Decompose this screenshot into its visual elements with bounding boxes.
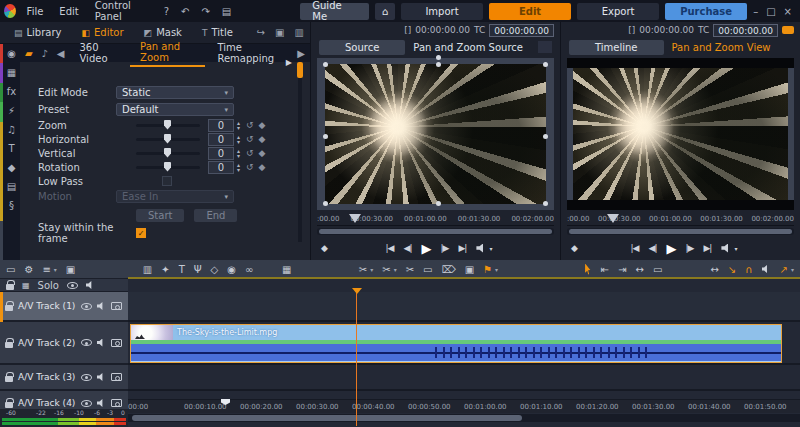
slider-track[interactable] bbox=[136, 138, 200, 141]
slider-thumb[interactable] bbox=[164, 162, 171, 172]
smart-edit-icon[interactable]: ↗ bbox=[780, 264, 788, 275]
speaker-all-icon[interactable] bbox=[86, 281, 95, 289]
tab-pan-and-zoom[interactable]: Pan and Zoom bbox=[130, 39, 205, 67]
help-icon[interactable]: ? bbox=[161, 6, 172, 17]
rotate-handle[interactable] bbox=[436, 55, 441, 60]
undo-icon[interactable]: ↶ bbox=[178, 6, 192, 17]
add-marker-icon[interactable]: ⚑ bbox=[483, 264, 492, 275]
crop-handle-tm[interactable] bbox=[436, 62, 441, 67]
trim-in-icon[interactable]: ⇤ bbox=[601, 264, 609, 275]
camera-icon[interactable] bbox=[111, 373, 122, 381]
crop-handle-ml[interactable] bbox=[323, 134, 328, 139]
link-icon[interactable]: ∞ bbox=[245, 264, 253, 275]
guide-me-button[interactable]: Guide Me bbox=[300, 3, 369, 20]
eye-icon[interactable] bbox=[81, 400, 92, 407]
import-button[interactable]: Import bbox=[401, 3, 483, 20]
lock-all-icon[interactable] bbox=[6, 284, 14, 290]
value-stepper[interactable]: ▴▾ bbox=[237, 148, 240, 158]
jump-end-button[interactable]: ▶| bbox=[703, 243, 711, 253]
crop-handle-bl[interactable] bbox=[323, 201, 328, 206]
tab-timeline[interactable]: Timeline bbox=[569, 40, 664, 55]
view-video-frame[interactable] bbox=[573, 58, 788, 210]
slider-track[interactable] bbox=[136, 152, 200, 155]
view-scrollbar-thumb[interactable] bbox=[569, 229, 792, 234]
speaker-icon[interactable] bbox=[97, 339, 106, 347]
rail-icon[interactable]: ◆ bbox=[8, 162, 16, 174]
redo-icon[interactable]: ↷ bbox=[198, 6, 212, 17]
view-ruler[interactable]: :00.0000:00:30.0000:01:00.0000:01:30.000… bbox=[567, 212, 794, 226]
reset-icon[interactable]: ↺ bbox=[246, 162, 254, 172]
value-stepper[interactable]: ▴▾ bbox=[237, 162, 240, 172]
jump-end-button[interactable]: ▶| bbox=[458, 243, 466, 253]
audio-scrub-button[interactable] bbox=[762, 265, 771, 273]
slider-value-input[interactable]: 0 bbox=[208, 161, 234, 174]
dual-view-icon[interactable]: ▥ bbox=[295, 27, 304, 38]
camera-icon[interactable] bbox=[111, 302, 122, 310]
minimize-icon[interactable]: – bbox=[753, 6, 758, 17]
lock-icon[interactable] bbox=[5, 342, 13, 348]
eye-icon[interactable] bbox=[81, 303, 92, 310]
panel-flag-icon[interactable] bbox=[782, 26, 794, 34]
lane-track-1[interactable] bbox=[128, 292, 800, 322]
menu-edit[interactable]: Edit bbox=[54, 4, 83, 19]
preset-select[interactable]: Default ▾ bbox=[116, 103, 234, 116]
customize-toolbar-icon[interactable]: ▭ bbox=[6, 264, 15, 275]
source-scrollbar[interactable] bbox=[317, 228, 554, 235]
value-stepper[interactable]: ▴▾ bbox=[237, 120, 240, 130]
solo-label[interactable]: Solo bbox=[38, 280, 59, 291]
select-cursor-icon[interactable] bbox=[585, 264, 592, 275]
slider-track[interactable] bbox=[136, 124, 200, 127]
lock-icon[interactable] bbox=[5, 402, 13, 408]
eye-icon[interactable] bbox=[81, 374, 92, 381]
lane-track-2[interactable]: The-Sky-is-the-Limit.mpg bbox=[128, 322, 800, 365]
timeline-scrollbar[interactable] bbox=[128, 414, 800, 422]
maximize-icon[interactable]: □ bbox=[766, 6, 775, 17]
speaker-icon[interactable] bbox=[97, 302, 106, 310]
crop-handle-tl[interactable] bbox=[323, 62, 328, 67]
keyframe-icon[interactable]: ◆ bbox=[259, 120, 266, 130]
start-button[interactable]: Start bbox=[136, 209, 184, 222]
stay-within-frame-checkbox[interactable]: ✓ bbox=[136, 228, 146, 238]
view-playhead-marker[interactable] bbox=[607, 214, 619, 223]
crop-handle-br[interactable] bbox=[543, 201, 548, 206]
tab-source[interactable]: Source bbox=[319, 40, 405, 55]
eye-icon[interactable] bbox=[81, 339, 92, 346]
snapshot-icon[interactable]: ▣ bbox=[465, 264, 474, 275]
edit-mode-button[interactable]: Edit bbox=[489, 3, 571, 20]
marker-icon[interactable]: ◆ bbox=[321, 243, 328, 253]
rail-icon[interactable]: ⚡ bbox=[8, 105, 15, 117]
camera-icon[interactable] bbox=[111, 399, 122, 407]
purchase-button[interactable]: Purchase bbox=[665, 3, 747, 20]
magnet-snap-icon[interactable]: ∩ bbox=[745, 264, 752, 275]
volume-button[interactable]: ▾ bbox=[721, 244, 737, 253]
tab-pan-zoom-view[interactable]: Pan and Zoom View bbox=[672, 42, 771, 53]
end-button[interactable]: End bbox=[194, 209, 237, 222]
panel-scrollbar[interactable] bbox=[298, 62, 302, 242]
notes-icon[interactable]: ▤ bbox=[219, 6, 234, 17]
track-header[interactable]: A/V Track (2) bbox=[0, 322, 128, 365]
copy-icon[interactable]: ▣ bbox=[66, 264, 75, 275]
lock-icon[interactable] bbox=[5, 376, 13, 382]
reset-icon[interactable]: ↺ bbox=[246, 120, 254, 130]
slider-value-input[interactable]: 0 bbox=[208, 133, 234, 146]
step-back-button[interactable]: ◀| bbox=[403, 243, 411, 253]
photo-icon[interactable]: ▦ bbox=[282, 264, 291, 275]
rail-icon[interactable]: fx bbox=[7, 86, 16, 98]
step-forward-button[interactable]: |▶ bbox=[685, 243, 693, 253]
view-scrollbar[interactable] bbox=[567, 228, 794, 235]
sphere-3d-icon[interactable]: ◉ bbox=[227, 264, 236, 275]
timeline-playhead-handle[interactable] bbox=[352, 288, 362, 294]
speaker-icon[interactable] bbox=[97, 399, 106, 407]
slider-value-input[interactable]: 0 bbox=[208, 119, 234, 132]
track-header[interactable]: A/V Track (3) bbox=[0, 365, 128, 391]
clip-audio-waveform[interactable] bbox=[131, 344, 781, 361]
edit-mode-select[interactable]: Static ▾ bbox=[116, 86, 234, 99]
timeline-playhead[interactable] bbox=[356, 292, 357, 426]
jump-start-button[interactable]: |◀ bbox=[631, 243, 639, 253]
slider-value-input[interactable]: 0 bbox=[208, 147, 234, 160]
tab-library[interactable]: ▤ Library bbox=[6, 25, 69, 40]
crop-handle-bm[interactable] bbox=[436, 201, 441, 206]
trim-both-icon[interactable]: ↔ bbox=[636, 264, 644, 275]
motion-select[interactable]: Ease In ▾ bbox=[116, 190, 234, 203]
speaker-icon[interactable] bbox=[97, 373, 106, 381]
